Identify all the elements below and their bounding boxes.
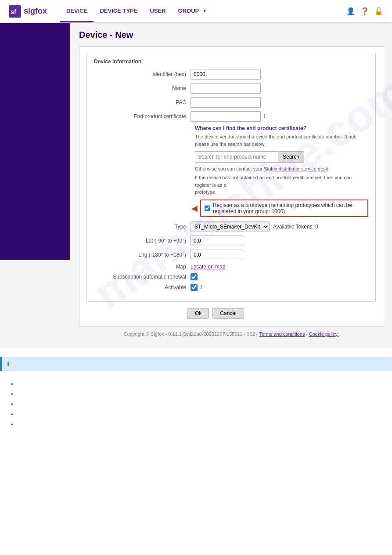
lng-label: Lng (-180° to +180°)	[94, 252, 191, 258]
bullet-item-2	[18, 391, 383, 397]
map-row: Map Locate on map	[94, 264, 368, 270]
bullet-item-4	[18, 411, 383, 417]
page-title: Device - New	[79, 30, 383, 40]
name-row: Name	[94, 83, 368, 94]
nav-device-type[interactable]: DEVICE TYPE	[94, 0, 144, 22]
activable-row: Activable ℹ	[94, 284, 368, 291]
lat-label: Lat (-90° to +90°)	[94, 238, 191, 244]
chevron-down-icon: ▼	[202, 8, 207, 13]
map-label: Map	[94, 264, 191, 270]
activable-checkbox[interactable]	[191, 284, 198, 291]
prototype-checkbox-box: Register as a prototype (remaining proto…	[200, 200, 368, 217]
cert-input[interactable]	[191, 111, 261, 122]
logo-icon: sf	[9, 5, 21, 18]
user-icon[interactable]: 👤	[346, 7, 355, 15]
bullet-section	[0, 376, 392, 440]
bullet-item-1	[18, 381, 383, 387]
cert-row: End product certificate ℹ	[94, 111, 368, 122]
lat-input[interactable]	[191, 236, 243, 246]
navbar: sf sigfox DEVICE DEVICE TYPE USER GROUP …	[0, 0, 392, 23]
footer: Copyright © Sigfox - 0.11.1-5cd22a0-2020…	[79, 327, 383, 341]
type-label: Type	[94, 224, 191, 230]
pac-input[interactable]	[191, 97, 261, 108]
info-bar-icon: ℹ	[7, 360, 9, 367]
content-area: Device - New Device information Identifi…	[70, 23, 392, 348]
nav-device[interactable]: DEVICE	[60, 0, 94, 22]
find-cert-title: Where can I find the end product certifi…	[195, 125, 368, 131]
arrow-icon: ◀	[191, 203, 198, 213]
identifier-label: Identifier (hex)	[94, 71, 191, 77]
bullet-list	[18, 381, 383, 428]
search-button[interactable]: Search	[278, 151, 304, 163]
name-label: Name	[94, 85, 191, 91]
form-card: Device information Identifier (hex) Name…	[79, 46, 383, 327]
prototype-checkbox[interactable]	[205, 205, 210, 211]
type-row: Type ST_Micro_SEmaker_DevKit_1 Option 2 …	[94, 221, 368, 232]
help-icon[interactable]: ❓	[360, 7, 369, 15]
identifier-input[interactable]	[191, 69, 261, 80]
bullet-item-5	[18, 421, 383, 428]
navbar-left: sf sigfox DEVICE DEVICE TYPE USER GROUP …	[9, 0, 213, 22]
subscription-label: Subscription automatic renewal	[94, 274, 191, 280]
find-cert-desc: The device vendor should provide the end…	[195, 133, 368, 148]
activable-label: Activable	[94, 284, 191, 290]
footer-text: Copyright © Sigfox - 0.11.1-5cd22a0-2020…	[124, 331, 258, 337]
activable-info-icon[interactable]: ℹ	[200, 284, 202, 290]
svg-text:sf: sf	[11, 8, 16, 15]
nav-user[interactable]: USER	[144, 0, 172, 22]
logout-icon[interactable]: 🔓	[374, 7, 383, 15]
subscription-checkbox[interactable]	[191, 273, 198, 280]
search-input[interactable]	[195, 151, 278, 163]
lng-input[interactable]	[191, 250, 243, 260]
find-cert-section: Where can I find the end product certifi…	[195, 125, 368, 196]
cert-info-icon[interactable]: ℹ	[263, 113, 266, 120]
terms-link[interactable]: Terms and conditions	[259, 331, 305, 337]
identifier-row: Identifier (hex)	[94, 69, 368, 80]
type-select[interactable]: ST_Micro_SEmaker_DevKit_1 Option 2	[191, 221, 270, 232]
search-row: Search	[195, 151, 368, 163]
second-section: ℹ	[0, 357, 392, 440]
fieldset-legend: Device information	[94, 58, 368, 65]
navbar-right: 👤 ❓ 🔓	[346, 7, 383, 15]
cert-label: End product certificate	[94, 113, 191, 120]
fieldset-box: Device information Identifier (hex) Name…	[86, 53, 376, 302]
ok-button[interactable]: Ok	[187, 308, 209, 319]
nav-links: DEVICE DEVICE TYPE USER GROUP ▼	[60, 0, 213, 22]
locate-on-map-link[interactable]: Locate on map	[191, 264, 225, 270]
nav-group[interactable]: GROUP ▼	[172, 0, 213, 22]
prototype-row: ◀ Register as a prototype (remaining pro…	[191, 200, 368, 217]
pac-label: PAC	[94, 99, 191, 105]
bullet-item-3	[18, 401, 383, 407]
info-bar: ℹ	[0, 357, 392, 371]
subscription-row: Subscription automatic renewal	[94, 273, 368, 280]
pac-row: PAC	[94, 97, 368, 108]
logo[interactable]: sf sigfox	[9, 5, 47, 18]
name-input[interactable]	[191, 83, 261, 94]
cookie-link[interactable]: Cookie policy.	[309, 331, 339, 337]
cancel-button[interactable]: Cancel	[212, 308, 244, 319]
otherwise-text: Otherwise you can contact your Sigfox di…	[195, 166, 368, 171]
prototype-checkbox-label: Register as a prototype (remaining proto…	[213, 202, 364, 214]
sigfox-distributor-link[interactable]: Sigfox distributor service desk	[264, 166, 328, 171]
button-row: Ok Cancel	[187, 308, 376, 319]
prototype-note: If the device has not obtained an end pr…	[195, 174, 368, 196]
lat-row: Lat (-90° to +90°)	[94, 236, 368, 246]
main-wrapper: Device - New Device information Identifi…	[0, 23, 392, 348]
sidebar	[0, 23, 70, 260]
lng-row: Lng (-180° to +180°)	[94, 250, 368, 260]
tokens-label: Available Tokens: 0	[273, 224, 318, 230]
logo-text: sigfox	[24, 7, 47, 16]
